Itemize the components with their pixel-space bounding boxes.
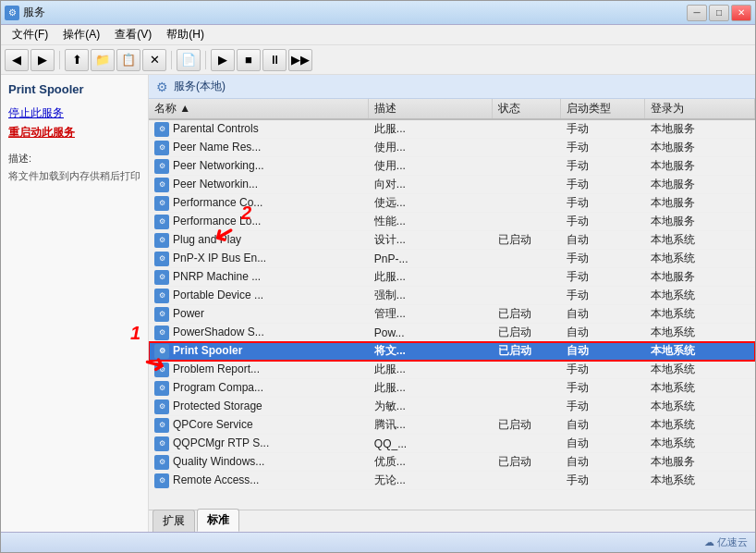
table-row[interactable]: ⚙Parental Controls此服...手动本地服务 (149, 119, 755, 139)
toolbar-btn-5[interactable]: 📄 (177, 49, 201, 71)
restart-service-link[interactable]: 重启动此服务 (8, 125, 140, 141)
table-row[interactable]: ⚙QPCore Service腾讯...已启动自动本地系统 (149, 416, 755, 435)
toolbar-sep-3 (205, 51, 206, 69)
toolbar-stop[interactable]: ■ (237, 49, 261, 71)
toolbar-sep-2 (171, 51, 172, 69)
toolbar: ◀ ▶ ⬆ 📁 📋 ✕ 📄 ▶ ■ ⏸ ▶▶ (1, 45, 755, 75)
toolbar-back[interactable]: ◀ (5, 49, 29, 71)
table-row[interactable]: ⚙Program Compa...此服...手动本地系统 (149, 379, 755, 398)
status-bar: ☁ 亿速云 (1, 532, 755, 552)
table-row[interactable]: ⚙Protected Storage为敏...手动本地系统 (149, 398, 755, 416)
menu-file[interactable]: 文件(F) (5, 25, 55, 44)
minimize-button[interactable]: ─ (687, 5, 707, 21)
table-row[interactable]: ⚙Performance Lo...性能...手动本地服务 (149, 213, 755, 231)
window-icon: ⚙ (5, 6, 19, 20)
table-row[interactable]: ⚙Peer Networkin...向对...手动本地服务 (149, 176, 755, 194)
stop-service-link[interactable]: 停止此服务 (8, 105, 140, 121)
services-header: ⚙ 服务(本地) (149, 75, 755, 99)
services-list: 名称 ▲ 描述 状态 启动类型 登录为 ⚙Parental Controls此服… (149, 99, 755, 490)
toolbar-btn-4[interactable]: ✕ (142, 49, 166, 71)
left-panel: Print Spooler 停止此服务 重启动此服务 描述: 将文件加载到内存供… (1, 75, 149, 532)
main-window: ⚙ 服务 ─ □ ✕ 文件(F) 操作(A) 查看(V) 帮助(H) ◀ ▶ ⬆… (0, 0, 756, 553)
tab-extended[interactable]: 扩展 (152, 510, 195, 532)
restore-button[interactable]: □ (709, 5, 729, 21)
toolbar-forward[interactable]: ▶ (30, 49, 55, 71)
col-header-login[interactable]: 登录为 (645, 99, 755, 119)
menu-view[interactable]: 查看(V) (107, 25, 159, 44)
table-row[interactable]: ⚙PowerShadow S...Pow...已启动自动本地系统 (149, 324, 755, 342)
bottom-tabs: 扩展 标准 (149, 510, 755, 532)
table-row[interactable]: ⚙Performance Co...使远...手动本地服务 (149, 194, 755, 213)
table-row[interactable]: ⚙Problem Report...此服...手动本地系统 (149, 361, 755, 379)
table-row[interactable]: ⚙Peer Networking...使用...手动本地服务 (149, 157, 755, 176)
tab-standard[interactable]: 标准 (197, 509, 239, 532)
menu-action[interactable]: 操作(A) (55, 25, 107, 44)
table-row[interactable]: ⚙PNRP Machine ...此服...手动本地服务 (149, 268, 755, 287)
services-header-icon: ⚙ (156, 80, 168, 94)
toolbar-restart[interactable]: ▶▶ (288, 49, 312, 71)
main-content: 1 ➜ 2 ➜ Print Spooler 停止此服务 重启动此服务 描述: 将… (1, 75, 755, 532)
col-header-desc[interactable]: 描述 (369, 99, 493, 119)
service-table[interactable]: 名称 ▲ 描述 状态 启动类型 登录为 ⚙Parental Controls此服… (149, 99, 755, 510)
menu-bar: 文件(F) 操作(A) 查看(V) 帮助(H) (1, 25, 755, 45)
col-header-startup[interactable]: 启动类型 (561, 99, 645, 119)
close-button[interactable]: ✕ (731, 5, 751, 21)
desc-title: 描述: (8, 152, 140, 166)
toolbar-up[interactable]: ⬆ (65, 49, 89, 71)
col-header-name[interactable]: 名称 ▲ (149, 99, 369, 119)
toolbar-play[interactable]: ▶ (211, 49, 235, 71)
services-header-title: 服务(本地) (174, 79, 226, 94)
table-row[interactable]: ⚙Plug and Play设计...已启动自动本地系统 (149, 231, 755, 250)
col-header-status[interactable]: 状态 (493, 99, 561, 119)
title-bar-left: ⚙ 服务 (5, 5, 45, 20)
title-bar-controls: ─ □ ✕ (687, 5, 751, 21)
table-row[interactable]: ⚙Remote Access...无论...手动本地系统 (149, 472, 755, 490)
toolbar-btn-3[interactable]: 📋 (116, 49, 140, 71)
left-panel-title: Print Spooler (8, 82, 140, 96)
brand-logo: ☁ 亿速云 (704, 535, 748, 549)
toolbar-btn-2[interactable]: 📁 (91, 49, 115, 71)
table-row[interactable]: ⚙Peer Name Res...使用...手动本地服务 (149, 139, 755, 157)
table-row[interactable]: ⚙QQPCMgr RTP S...QQ_...自动本地系统 (149, 435, 755, 453)
table-row[interactable]: ⚙Portable Device ...强制...手动本地系统 (149, 287, 755, 305)
menu-help[interactable]: 帮助(H) (159, 25, 212, 44)
table-row[interactable]: ⚙Print Spooler将文...已启动自动本地系统 (149, 342, 755, 361)
table-row[interactable]: ⚙PnP-X IP Bus En...PnP-...手动本地系统 (149, 250, 755, 268)
window-title: 服务 (23, 5, 45, 20)
table-row[interactable]: ⚙Power管理...已启动自动本地系统 (149, 305, 755, 324)
right-panel: ⚙ 服务(本地) 名称 ▲ 描述 状态 启动类型 登录为 (149, 75, 755, 532)
desc-text: 将文件加载到内存供稍后打印 (8, 169, 140, 183)
toolbar-pause[interactable]: ⏸ (262, 49, 287, 71)
table-row[interactable]: ⚙Quality Windows...优质...已启动自动本地服务 (149, 453, 755, 472)
toolbar-sep-1 (59, 51, 60, 69)
table-header-row: 名称 ▲ 描述 状态 启动类型 登录为 (149, 99, 755, 119)
title-bar: ⚙ 服务 ─ □ ✕ (1, 1, 755, 25)
services-tbody: ⚙Parental Controls此服...手动本地服务⚙Peer Name … (149, 119, 755, 490)
